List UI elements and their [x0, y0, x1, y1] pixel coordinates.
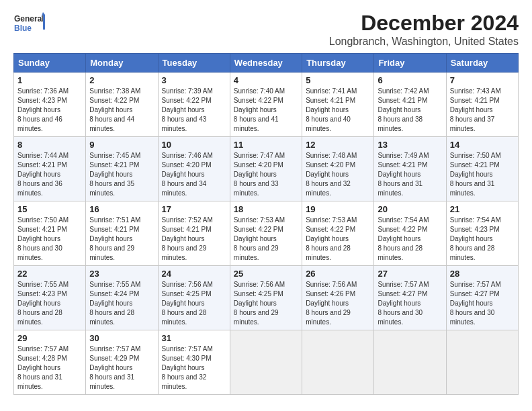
col-saturday: Saturday — [446, 54, 518, 73]
day-number: 30 — [89, 333, 154, 343]
calendar-cell: 14 Sunrise: 7:50 AM Sunset: 4:21 PM Dayl… — [446, 137, 518, 201]
day-info: Sunrise: 7:56 AM Sunset: 4:26 PM Dayligh… — [306, 280, 370, 327]
day-info: Sunrise: 7:46 AM Sunset: 4:20 PM Dayligh… — [162, 151, 226, 198]
calendar-cell: 20 Sunrise: 7:54 AM Sunset: 4:22 PM Dayl… — [374, 201, 446, 266]
calendar-cell: 23 Sunrise: 7:55 AM Sunset: 4:24 PM Dayl… — [86, 266, 158, 330]
calendar-cell: 18 Sunrise: 7:53 AM Sunset: 4:22 PM Dayl… — [230, 201, 302, 266]
calendar-cell: 9 Sunrise: 7:45 AM Sunset: 4:21 PM Dayli… — [86, 137, 158, 201]
day-info: Sunrise: 7:43 AM Sunset: 4:21 PM Dayligh… — [450, 87, 515, 134]
calendar-cell: 25 Sunrise: 7:56 AM Sunset: 4:25 PM Dayl… — [230, 266, 302, 330]
day-number: 15 — [17, 204, 82, 214]
calendar-cell: 16 Sunrise: 7:51 AM Sunset: 4:21 PM Dayl… — [86, 201, 158, 266]
logo: General Blue — [13, 11, 47, 38]
day-number: 29 — [17, 333, 82, 343]
svg-text:Blue: Blue — [14, 24, 32, 33]
calendar-header-row: Sunday Monday Tuesday Wednesday Thursday… — [14, 54, 519, 73]
calendar-cell: 7 Sunrise: 7:43 AM Sunset: 4:21 PM Dayli… — [446, 73, 518, 137]
day-info: Sunrise: 7:57 AM Sunset: 4:27 PM Dayligh… — [450, 280, 515, 327]
day-number: 26 — [306, 269, 370, 279]
calendar-cell: 29 Sunrise: 7:57 AM Sunset: 4:28 PM Dayl… — [14, 330, 86, 395]
calendar-cell: 12 Sunrise: 7:48 AM Sunset: 4:20 PM Dayl… — [302, 137, 374, 201]
calendar-week-row: 29 Sunrise: 7:57 AM Sunset: 4:28 PM Dayl… — [14, 330, 519, 395]
day-info: Sunrise: 7:57 AM Sunset: 4:28 PM Dayligh… — [17, 345, 82, 392]
day-number: 10 — [162, 140, 226, 150]
day-info: Sunrise: 7:54 AM Sunset: 4:22 PM Dayligh… — [378, 216, 442, 263]
calendar-week-row: 15 Sunrise: 7:50 AM Sunset: 4:21 PM Dayl… — [14, 201, 519, 266]
day-info: Sunrise: 7:45 AM Sunset: 4:21 PM Dayligh… — [89, 151, 154, 198]
day-number: 18 — [234, 204, 298, 214]
calendar-cell: 4 Sunrise: 7:40 AM Sunset: 4:22 PM Dayli… — [230, 73, 302, 137]
day-info: Sunrise: 7:49 AM Sunset: 4:21 PM Dayligh… — [378, 151, 442, 198]
calendar-cell: 5 Sunrise: 7:41 AM Sunset: 4:21 PM Dayli… — [302, 73, 374, 137]
day-info: Sunrise: 7:36 AM Sunset: 4:23 PM Dayligh… — [17, 87, 82, 134]
day-info: Sunrise: 7:42 AM Sunset: 4:21 PM Dayligh… — [378, 87, 442, 134]
calendar-cell — [230, 330, 302, 395]
day-number: 2 — [89, 75, 154, 85]
day-number: 3 — [162, 75, 226, 85]
calendar-week-row: 22 Sunrise: 7:55 AM Sunset: 4:23 PM Dayl… — [14, 266, 519, 330]
day-info: Sunrise: 7:52 AM Sunset: 4:21 PM Dayligh… — [162, 216, 226, 263]
calendar-cell — [374, 330, 446, 395]
calendar-cell: 24 Sunrise: 7:56 AM Sunset: 4:25 PM Dayl… — [158, 266, 230, 330]
calendar-cell: 27 Sunrise: 7:57 AM Sunset: 4:27 PM Dayl… — [374, 266, 446, 330]
day-number: 4 — [234, 75, 298, 85]
calendar-cell: 6 Sunrise: 7:42 AM Sunset: 4:21 PM Dayli… — [374, 73, 446, 137]
day-number: 13 — [378, 140, 442, 150]
day-number: 21 — [450, 204, 515, 214]
day-info: Sunrise: 7:53 AM Sunset: 4:22 PM Dayligh… — [234, 216, 298, 263]
day-number: 28 — [450, 269, 515, 279]
day-info: Sunrise: 7:57 AM Sunset: 4:30 PM Dayligh… — [162, 345, 226, 392]
day-number: 14 — [450, 140, 515, 150]
calendar-cell: 3 Sunrise: 7:39 AM Sunset: 4:22 PM Dayli… — [158, 73, 230, 137]
day-info: Sunrise: 7:41 AM Sunset: 4:21 PM Dayligh… — [306, 87, 370, 134]
day-number: 1 — [17, 75, 82, 85]
day-number: 23 — [89, 269, 154, 279]
calendar-cell: 22 Sunrise: 7:55 AM Sunset: 4:23 PM Dayl… — [14, 266, 86, 330]
day-info: Sunrise: 7:50 AM Sunset: 4:21 PM Dayligh… — [17, 216, 82, 263]
page-title: December 2024 — [329, 11, 519, 36]
day-number: 9 — [89, 140, 154, 150]
col-wednesday: Wednesday — [230, 54, 302, 73]
day-number: 19 — [306, 204, 370, 214]
calendar-cell: 28 Sunrise: 7:57 AM Sunset: 4:27 PM Dayl… — [446, 266, 518, 330]
day-number: 31 — [162, 333, 226, 343]
page-header: General Blue December 2024 Longbranch, W… — [13, 11, 519, 48]
day-info: Sunrise: 7:44 AM Sunset: 4:21 PM Dayligh… — [17, 151, 82, 198]
calendar-table: Sunday Monday Tuesday Wednesday Thursday… — [13, 53, 519, 395]
day-info: Sunrise: 7:55 AM Sunset: 4:24 PM Dayligh… — [89, 280, 154, 327]
calendar-week-row: 1 Sunrise: 7:36 AM Sunset: 4:23 PM Dayli… — [14, 73, 519, 137]
calendar-cell: 2 Sunrise: 7:38 AM Sunset: 4:22 PM Dayli… — [86, 73, 158, 137]
day-info: Sunrise: 7:53 AM Sunset: 4:22 PM Dayligh… — [306, 216, 370, 263]
calendar-week-row: 8 Sunrise: 7:44 AM Sunset: 4:21 PM Dayli… — [14, 137, 519, 201]
logo-svg: General Blue — [13, 11, 47, 38]
calendar-cell: 13 Sunrise: 7:49 AM Sunset: 4:21 PM Dayl… — [374, 137, 446, 201]
day-info: Sunrise: 7:57 AM Sunset: 4:29 PM Dayligh… — [89, 345, 154, 392]
col-friday: Friday — [374, 54, 446, 73]
day-number: 11 — [234, 140, 298, 150]
day-number: 7 — [450, 75, 515, 85]
day-info: Sunrise: 7:48 AM Sunset: 4:20 PM Dayligh… — [306, 151, 370, 198]
day-info: Sunrise: 7:54 AM Sunset: 4:23 PM Dayligh… — [450, 216, 515, 263]
calendar-cell: 19 Sunrise: 7:53 AM Sunset: 4:22 PM Dayl… — [302, 201, 374, 266]
calendar-cell: 1 Sunrise: 7:36 AM Sunset: 4:23 PM Dayli… — [14, 73, 86, 137]
calendar-cell: 10 Sunrise: 7:46 AM Sunset: 4:20 PM Dayl… — [158, 137, 230, 201]
day-number: 22 — [17, 269, 82, 279]
calendar-cell: 15 Sunrise: 7:50 AM Sunset: 4:21 PM Dayl… — [14, 201, 86, 266]
day-number: 24 — [162, 269, 226, 279]
col-thursday: Thursday — [302, 54, 374, 73]
calendar-cell: 31 Sunrise: 7:57 AM Sunset: 4:30 PM Dayl… — [158, 330, 230, 395]
day-info: Sunrise: 7:51 AM Sunset: 4:21 PM Dayligh… — [89, 216, 154, 263]
day-number: 25 — [234, 269, 298, 279]
day-number: 27 — [378, 269, 442, 279]
svg-text:General: General — [14, 14, 44, 24]
day-number: 5 — [306, 75, 370, 85]
day-info: Sunrise: 7:38 AM Sunset: 4:22 PM Dayligh… — [89, 87, 154, 134]
day-info: Sunrise: 7:56 AM Sunset: 4:25 PM Dayligh… — [234, 280, 298, 327]
page-subtitle: Longbranch, Washington, United States — [329, 36, 519, 48]
day-number: 12 — [306, 140, 370, 150]
calendar-cell: 30 Sunrise: 7:57 AM Sunset: 4:29 PM Dayl… — [86, 330, 158, 395]
day-info: Sunrise: 7:56 AM Sunset: 4:25 PM Dayligh… — [162, 280, 226, 327]
day-info: Sunrise: 7:57 AM Sunset: 4:27 PM Dayligh… — [378, 280, 442, 327]
day-number: 20 — [378, 204, 442, 214]
day-info: Sunrise: 7:55 AM Sunset: 4:23 PM Dayligh… — [17, 280, 82, 327]
